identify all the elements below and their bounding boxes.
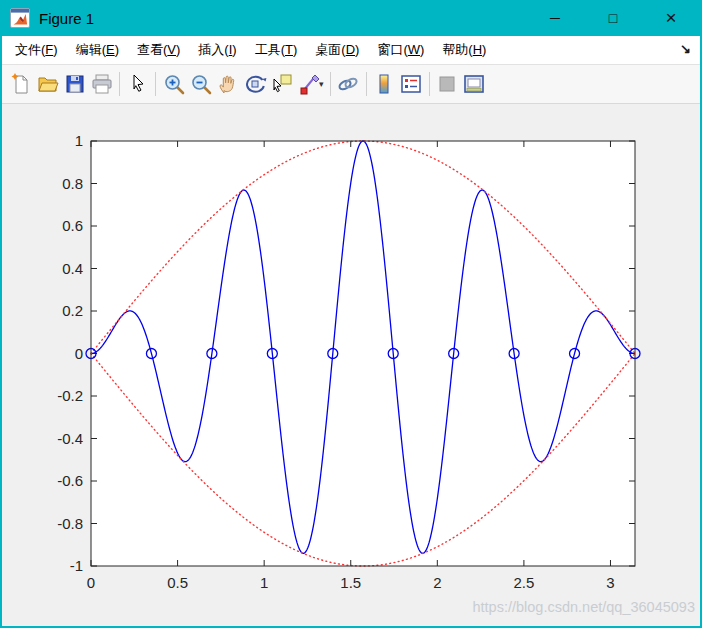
data-cursor-button[interactable]: [268, 71, 295, 98]
rotate-3d-button[interactable]: [241, 71, 268, 98]
toolbar-separator: [155, 72, 156, 96]
x-tick-label: 1: [260, 574, 268, 591]
x-tick-label: 0.5: [167, 574, 188, 591]
link-chain-icon: [336, 72, 360, 96]
menubar: 文件(F) 编辑(E) 查看(V) 插入(I) 工具(T) 桌面(D) 窗口(W…: [2, 36, 700, 65]
y-tick-label: -0.6: [57, 472, 83, 489]
menu-item-window[interactable]: 窗口(W): [368, 38, 433, 62]
menu-item-edit[interactable]: 编辑(E): [67, 38, 128, 62]
link-plot-button[interactable]: [335, 71, 362, 98]
axes-background: [91, 141, 635, 566]
matlab-app-icon: [10, 8, 30, 28]
arrow-cursor-icon: [126, 72, 150, 96]
menu-item-desktop[interactable]: 桌面(D): [306, 38, 368, 62]
y-tick-label: -1: [70, 557, 83, 574]
pan-hand-icon: [216, 72, 240, 96]
open-file-button[interactable]: [34, 71, 61, 98]
zoom-in-icon: [162, 72, 186, 96]
new-figure-button[interactable]: [7, 71, 34, 98]
menu-item-help[interactable]: 帮助(H): [433, 38, 495, 62]
y-tick-label: 0.2: [62, 302, 83, 319]
pan-button[interactable]: [214, 71, 241, 98]
window-title: Figure 1: [39, 10, 94, 27]
close-button[interactable]: ×: [642, 0, 700, 36]
insert-legend-button[interactable]: [398, 71, 425, 98]
print-figure-button[interactable]: [88, 71, 115, 98]
toolbar-separator: [366, 72, 367, 96]
toolbar-separator: [429, 72, 430, 96]
zoom-out-icon: [189, 72, 213, 96]
brush-dropdown-caret[interactable]: ▾: [319, 79, 324, 89]
watermark-text: https://blog.csdn.net/qq_36045093: [472, 599, 695, 615]
menu-item-insert[interactable]: 插入(I): [189, 38, 245, 62]
colorbar-icon: [372, 72, 396, 96]
menu-item-tools[interactable]: 工具(T): [246, 38, 307, 62]
printer-icon: [90, 72, 114, 96]
menu-item-view[interactable]: 查看(V): [128, 38, 189, 62]
maximize-button[interactable]: □: [584, 0, 642, 36]
minimize-button[interactable]: ─: [526, 0, 584, 36]
save-figure-button[interactable]: [61, 71, 88, 98]
x-tick-label: 1.5: [340, 574, 361, 591]
toolbar-separator: [330, 72, 331, 96]
new-figure-icon: [9, 72, 33, 96]
hide-plot-tools-icon: [435, 72, 459, 96]
zoom-in-button[interactable]: [160, 71, 187, 98]
legend-icon: [399, 72, 423, 96]
y-tick-label: 0.4: [62, 260, 83, 277]
zoom-out-button[interactable]: [187, 71, 214, 98]
y-tick-label: 1: [75, 132, 83, 149]
rotate-3d-icon: [243, 72, 267, 96]
open-folder-icon: [36, 72, 60, 96]
y-tick-label: -0.2: [57, 387, 83, 404]
y-tick-label: -0.8: [57, 515, 83, 532]
y-tick-label: 0: [75, 345, 83, 362]
data-cursor-icon: [270, 72, 294, 96]
menu-item-file[interactable]: 文件(F): [6, 38, 67, 62]
save-floppy-icon: [63, 72, 87, 96]
x-tick-label: 3: [606, 574, 614, 591]
show-plot-tools-dock-button[interactable]: [461, 71, 488, 98]
y-tick-label: -0.4: [57, 430, 83, 447]
figure-toolbar: ▾: [2, 65, 700, 104]
figure-canvas: 00.511.522.53-1-0.8-0.6-0.4-0.200.20.40.…: [2, 104, 700, 626]
edit-plot-button[interactable]: [124, 71, 151, 98]
x-tick-label: 2.5: [513, 574, 534, 591]
figure-window: Figure 1 ─ □ × 文件(F) 编辑(E) 查看(V) 插入(I) 工…: [0, 0, 702, 628]
plot-canvas: 00.511.522.53-1-0.8-0.6-0.4-0.200.20.40.…: [2, 104, 700, 626]
menubar-overflow-arrow[interactable]: ↘: [680, 41, 691, 56]
titlebar[interactable]: Figure 1 ─ □ ×: [2, 0, 700, 36]
brush-icon: [297, 72, 321, 96]
toolbar-separator: [119, 72, 120, 96]
x-tick-label: 0: [87, 574, 95, 591]
hide-plot-tools-button[interactable]: [434, 71, 461, 98]
insert-colorbar-button[interactable]: [371, 71, 398, 98]
y-tick-label: 0.6: [62, 217, 83, 234]
y-tick-label: 0.8: [62, 175, 83, 192]
window-controls: ─ □ ×: [526, 0, 700, 36]
dock-figure-icon: [462, 72, 486, 96]
brush-data-button[interactable]: [295, 71, 322, 98]
x-tick-label: 2: [433, 574, 441, 591]
